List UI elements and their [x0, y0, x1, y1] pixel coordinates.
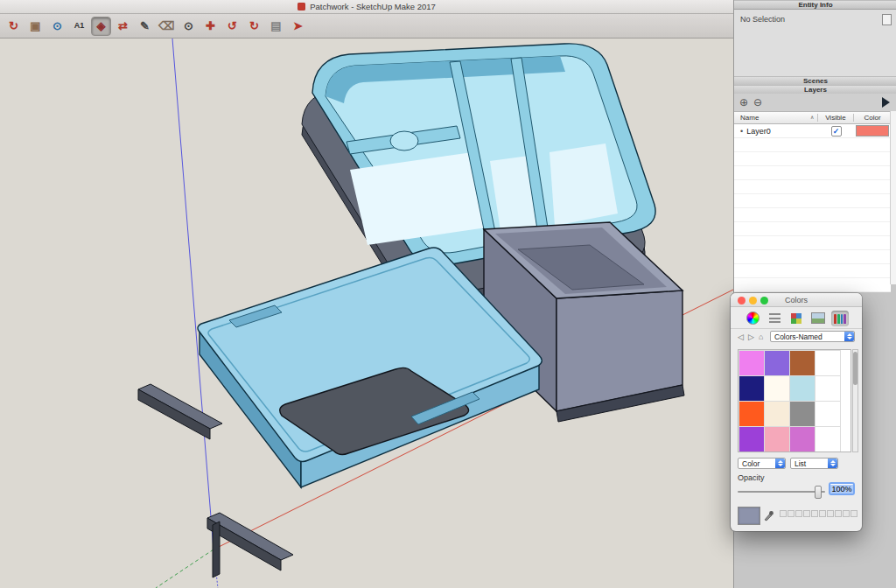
recent-swatch-slot[interactable]	[850, 510, 858, 517]
move-tool[interactable]: ✚	[200, 17, 220, 36]
color-mode-dropdown[interactable]: Color	[738, 458, 786, 469]
add-scene-tool[interactable]: ▤	[266, 17, 286, 36]
recent-swatch-slot[interactable]	[788, 510, 794, 517]
layer-color-swatch[interactable]	[856, 125, 889, 136]
model-canvas[interactable]	[0, 38, 733, 588]
tab-crayons[interactable]	[831, 311, 849, 326]
pan-tool[interactable]: ↻	[244, 17, 264, 36]
component-tool[interactable]: ▣	[25, 17, 46, 36]
color-swatch[interactable]	[739, 376, 764, 401]
color-swatch[interactable]	[739, 402, 764, 426]
recent-swatch-slot[interactable]	[780, 510, 787, 517]
entity-detail-icon[interactable]	[882, 14, 892, 25]
recent-swatch-slot[interactable]	[843, 510, 850, 517]
color-swatch[interactable]	[816, 402, 840, 426]
layer-empty-row[interactable]	[734, 264, 891, 278]
pencil-tool[interactable]: ✎	[135, 17, 155, 36]
layer-empty-row[interactable]	[734, 138, 891, 152]
color-swatch[interactable]	[739, 427, 764, 452]
recent-swatch-slot[interactable]	[827, 510, 834, 517]
layer-empty-row[interactable]	[734, 152, 891, 166]
layer-empty-row[interactable]	[734, 208, 891, 222]
color-swatch[interactable]	[816, 427, 840, 452]
magnifier-tool-icon: ⊙	[184, 20, 193, 32]
layers-empty-rows	[734, 138, 891, 292]
recent-swatch-slot[interactable]	[811, 510, 818, 517]
recent-swatch-slot[interactable]	[835, 510, 842, 517]
remove-layer-button[interactable]: ⊖	[753, 97, 762, 108]
swap-arrows-tool[interactable]: ⇄	[113, 17, 133, 36]
sliders-icon	[769, 313, 780, 323]
list-mode-dropdown[interactable]: List	[790, 458, 838, 469]
colors-window[interactable]: Colors ◁ ▷ ⌂ Colors-Named Color List Opa…	[731, 293, 862, 531]
color-swatch[interactable]	[765, 351, 789, 375]
add-layer-button[interactable]: ⊕	[739, 97, 748, 108]
layers-flyout-icon[interactable]	[882, 97, 890, 108]
opacity-slider-thumb[interactable]	[815, 486, 822, 499]
recent-swatch-slot[interactable]	[803, 510, 810, 517]
home-button[interactable]: ⌂	[759, 332, 763, 341]
layer-empty-row[interactable]	[734, 194, 891, 208]
orbit-tool[interactable]: ↻	[4, 17, 24, 36]
scrollbar-thumb[interactable]	[853, 352, 858, 385]
color-swatch[interactable]	[790, 376, 815, 401]
camera-tool-icon: ➤	[293, 20, 303, 32]
text-tool[interactable]: A1	[69, 17, 89, 36]
layer-empty-row[interactable]	[734, 166, 891, 180]
layer-empty-row[interactable]	[734, 222, 891, 236]
layer-name[interactable]: Layer0	[746, 127, 771, 136]
tab-color-wheel[interactable]	[744, 311, 761, 326]
magnifier-tool[interactable]: ⊙	[178, 17, 199, 36]
dropdown-stepper-icon	[844, 332, 854, 341]
layers-scrollbar[interactable]	[890, 111, 896, 284]
paint-bucket-tool[interactable]: ◈	[91, 17, 111, 36]
back-button[interactable]: ◁	[738, 332, 744, 341]
color-swatch[interactable]	[765, 427, 789, 452]
color-swatch[interactable]	[739, 351, 764, 375]
column-visible[interactable]: Visible	[818, 114, 855, 122]
window-title-bar[interactable]: Patchwork - SketchUp Make 2017	[0, 0, 733, 14]
zoom-window-tool[interactable]: ⊙	[47, 17, 67, 36]
tab-image-palettes[interactable]	[809, 311, 827, 326]
entity-info-title: Entity Info	[798, 1, 832, 9]
color-swatch[interactable]	[765, 402, 789, 426]
layers-panel: ⊕ ⊖ Name ∧ Visible Color •Layer0	[734, 94, 896, 284]
color-swatch[interactable]	[816, 376, 840, 401]
eraser-tool[interactable]: ⌫	[157, 17, 177, 36]
layer-empty-row[interactable]	[734, 250, 891, 264]
color-swatch[interactable]	[816, 351, 840, 375]
model-viewport[interactable]	[0, 38, 733, 588]
tab-sliders[interactable]	[766, 311, 783, 326]
component-tool-icon: ▣	[30, 20, 40, 32]
current-layer-marker: •	[740, 127, 743, 136]
layers-column-headers[interactable]: Name ∧ Visible Color	[734, 111, 891, 124]
color-swatch[interactable]	[790, 402, 815, 426]
color-swatch[interactable]	[790, 427, 815, 452]
colors-window-title: Colors	[731, 296, 862, 304]
layer-empty-row[interactable]	[734, 180, 891, 194]
opacity-value-field[interactable]: 100%	[829, 482, 855, 495]
camera-tool[interactable]: ➤	[288, 17, 308, 36]
swatch-grid-scrollbar[interactable]	[852, 349, 858, 452]
eyedropper-icon[interactable]	[763, 508, 774, 522]
column-name[interactable]: Name	[740, 114, 759, 122]
column-color[interactable]: Color	[854, 114, 891, 122]
layer-visible-checkbox[interactable]: ✓	[831, 126, 842, 136]
layer-row[interactable]: •Layer0 ✓	[734, 124, 891, 138]
colors-title-bar[interactable]: Colors	[731, 293, 862, 307]
recent-swatch-slot[interactable]	[819, 510, 826, 517]
opacity-slider-track[interactable]	[738, 491, 825, 493]
recent-swatch-slot[interactable]	[795, 510, 802, 517]
layer-empty-row[interactable]	[734, 278, 891, 292]
colors-toolbar	[731, 308, 862, 329]
rotate-tool[interactable]: ↺	[222, 17, 242, 36]
forward-button[interactable]: ▷	[748, 332, 754, 341]
color-swatch-grid	[738, 350, 850, 452]
tab-palettes[interactable]	[788, 311, 805, 326]
entity-info-header[interactable]: Entity Info	[734, 0, 896, 10]
color-swatch[interactable]	[790, 351, 815, 375]
color-list-dropdown[interactable]: Colors-Named	[770, 331, 855, 342]
color-swatch[interactable]	[765, 376, 789, 401]
layer-empty-row[interactable]	[734, 236, 891, 250]
current-color-well[interactable]	[738, 507, 760, 525]
